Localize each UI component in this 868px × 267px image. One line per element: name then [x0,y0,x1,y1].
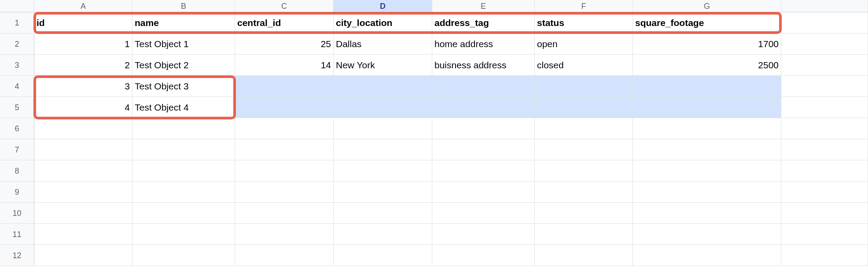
row-header-10[interactable]: 10 [0,203,34,224]
cell-D7[interactable] [334,139,432,160]
col-header-B[interactable]: B [132,0,235,12]
cell-G11[interactable] [633,224,781,245]
cell-E12[interactable] [432,245,535,266]
cell-A4[interactable]: 3 [34,76,132,97]
row-header-3[interactable]: 3 [0,55,34,76]
cell-F10[interactable] [535,203,633,224]
cell-H10[interactable] [781,203,868,224]
row-header-6[interactable]: 6 [0,118,34,139]
cell-D11[interactable] [334,224,432,245]
row-header-11[interactable]: 11 [0,224,34,245]
cell-H6[interactable] [781,118,868,139]
cell-H4[interactable] [781,76,868,97]
cell-A3[interactable]: 2 [34,55,132,76]
col-header-E[interactable]: E [432,0,535,12]
col-header-A[interactable]: A [34,0,132,12]
cell-A7[interactable] [34,139,132,160]
cell-H8[interactable] [781,160,868,182]
cell-D6[interactable] [334,118,432,139]
row-header-5[interactable]: 5 [0,97,34,118]
row-header-4[interactable]: 4 [0,76,34,97]
col-header-H[interactable] [781,0,868,12]
cell-D8[interactable] [334,160,432,182]
cell-F2[interactable]: open [535,33,633,55]
cell-G2[interactable]: 1700 [633,33,781,55]
row-header-8[interactable]: 8 [0,160,34,182]
cell-F1[interactable]: status [535,12,633,33]
cell-C7[interactable] [235,139,334,160]
cell-H12[interactable] [781,245,868,266]
cell-F8[interactable] [535,160,633,182]
cell-D9[interactable] [334,182,432,203]
cell-C5[interactable] [235,97,334,118]
row-header-7[interactable]: 7 [0,139,34,160]
row-header-9[interactable]: 9 [0,182,34,203]
cell-D10[interactable] [334,203,432,224]
cell-F4[interactable] [535,76,633,97]
cell-C9[interactable] [235,182,334,203]
cell-G1[interactable]: square_footage [633,12,781,33]
cell-A10[interactable] [34,203,132,224]
cell-F9[interactable] [535,182,633,203]
col-header-D[interactable]: D [334,0,432,12]
cell-F7[interactable] [535,139,633,160]
cell-G7[interactable] [633,139,781,160]
cell-H2[interactable] [781,33,868,55]
cell-B4[interactable]: Test Object 3 [132,76,235,97]
cell-A11[interactable] [34,224,132,245]
cell-B10[interactable] [132,203,235,224]
col-header-F[interactable]: F [535,0,633,12]
cell-D4[interactable] [334,76,432,97]
cell-E11[interactable] [432,224,535,245]
cell-B2[interactable]: Test Object 1 [132,33,235,55]
col-header-C[interactable]: C [235,0,334,12]
cell-A6[interactable] [34,118,132,139]
cell-F11[interactable] [535,224,633,245]
cell-D1[interactable]: city_location [334,12,432,33]
cell-H9[interactable] [781,182,868,203]
cell-D2[interactable]: Dallas [334,33,432,55]
cell-A9[interactable] [34,182,132,203]
cell-E1[interactable]: address_tag [432,12,535,33]
cell-E6[interactable] [432,118,535,139]
cell-F6[interactable] [535,118,633,139]
cell-C6[interactable] [235,118,334,139]
cell-E9[interactable] [432,182,535,203]
cell-B8[interactable] [132,160,235,182]
cell-C1[interactable]: central_id [235,12,334,33]
cell-B5[interactable]: Test Object 4 [132,97,235,118]
cell-D12[interactable] [334,245,432,266]
cell-F3[interactable]: closed [535,55,633,76]
cell-H5[interactable] [781,97,868,118]
cell-E8[interactable] [432,160,535,182]
cell-B1[interactable]: name [132,12,235,33]
cell-E2[interactable]: home address [432,33,535,55]
cell-A5[interactable]: 4 [34,97,132,118]
cell-E4[interactable] [432,76,535,97]
cell-E7[interactable] [432,139,535,160]
cell-G9[interactable] [633,182,781,203]
cell-B7[interactable] [132,139,235,160]
row-header-12[interactable]: 12 [0,245,34,266]
cell-E10[interactable] [432,203,535,224]
cell-H3[interactable] [781,55,868,76]
cell-G12[interactable] [633,245,781,266]
cell-F12[interactable] [535,245,633,266]
cell-E3[interactable]: buisness address [432,55,535,76]
cell-G8[interactable] [633,160,781,182]
col-header-G[interactable]: G [633,0,781,12]
cell-B11[interactable] [132,224,235,245]
cell-G3[interactable]: 2500 [633,55,781,76]
cell-H7[interactable] [781,139,868,160]
cell-A8[interactable] [34,160,132,182]
cell-G6[interactable] [633,118,781,139]
cell-B12[interactable] [132,245,235,266]
cell-C3[interactable]: 14 [235,55,334,76]
cell-B9[interactable] [132,182,235,203]
cell-G10[interactable] [633,203,781,224]
cell-C8[interactable] [235,160,334,182]
cell-B3[interactable]: Test Object 2 [132,55,235,76]
row-header-1[interactable]: 1 [0,12,34,33]
cell-D5[interactable] [334,97,432,118]
select-all-corner[interactable] [0,0,34,12]
